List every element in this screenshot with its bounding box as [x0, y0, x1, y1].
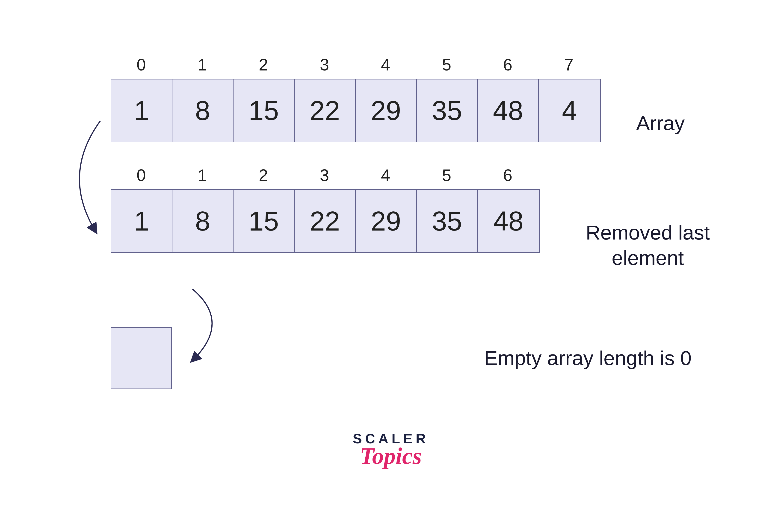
- index-label: 5: [416, 166, 477, 189]
- brand-topics-text: Topics: [353, 442, 429, 469]
- array-cell: 15: [233, 80, 295, 142]
- index-label: 7: [538, 55, 599, 79]
- array-cell: 35: [417, 190, 478, 252]
- array-cell: 15: [233, 190, 295, 252]
- array-cell: 22: [295, 190, 356, 252]
- arrow-down-curve-icon: [182, 283, 233, 371]
- index-label: 6: [477, 166, 538, 189]
- index-label: 3: [294, 55, 355, 79]
- array-cell: 1: [111, 80, 172, 142]
- diagram-canvas: 0 1 2 3 4 5 6 7 1 8 15 22 29 35 48 4 Arr…: [0, 0, 784, 532]
- indices-row: 0 1 2 3 4 5 6: [111, 166, 540, 189]
- array-cell: 1: [111, 190, 172, 252]
- index-label: 2: [233, 166, 294, 189]
- array-cell: 4: [539, 80, 600, 142]
- empty-array-cell: [111, 327, 172, 389]
- array-label: Array: [636, 111, 684, 136]
- index-label: 6: [477, 55, 538, 79]
- array-cell: 48: [478, 190, 539, 252]
- index-label: 2: [233, 55, 294, 79]
- index-label: 3: [294, 166, 355, 189]
- array-cell: 22: [295, 80, 356, 142]
- indices-row: 0 1 2 3 4 5 6 7: [111, 55, 601, 79]
- array-cell: 8: [172, 80, 233, 142]
- empty-array-label: Empty array length is 0: [484, 346, 692, 371]
- array-cell: 29: [356, 80, 417, 142]
- arrow-down-curve-icon: [60, 115, 111, 244]
- array-cell: 48: [478, 80, 539, 142]
- index-label: 0: [111, 166, 172, 189]
- array-cell: 35: [417, 80, 478, 142]
- index-label: 1: [172, 166, 233, 189]
- array-cell: 8: [172, 190, 233, 252]
- index-label: 4: [355, 55, 416, 79]
- array-after-pop: 0 1 2 3 4 5 6 1 8 15 22 29 35 48: [111, 166, 540, 253]
- index-label: 5: [416, 55, 477, 79]
- index-label: 4: [355, 166, 416, 189]
- removed-last-label: Removed lastelement: [576, 220, 719, 271]
- array-original: 0 1 2 3 4 5 6 7 1 8 15 22 29 35 48 4: [111, 55, 601, 142]
- index-label: 1: [172, 55, 233, 79]
- brand-logo: SCALER Topics: [353, 431, 429, 469]
- index-label: 0: [111, 55, 172, 79]
- cells-row: 1 8 15 22 29 35 48 4: [111, 79, 601, 142]
- array-cell: 29: [356, 190, 417, 252]
- cells-row: 1 8 15 22 29 35 48: [111, 189, 540, 253]
